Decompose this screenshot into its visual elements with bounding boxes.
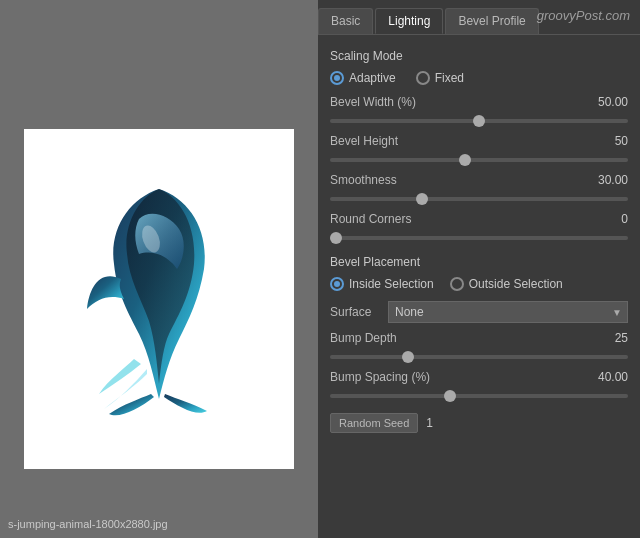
radio-inside[interactable]: Inside Selection: [330, 277, 434, 291]
round-corners-label: Round Corners: [330, 212, 411, 226]
round-corners-slider[interactable]: [330, 236, 628, 240]
radio-fixed-label: Fixed: [435, 71, 464, 85]
bump-depth-label: Bump Depth: [330, 331, 397, 345]
image-canvas: [24, 129, 294, 469]
bevel-width-label: Bevel Width (%): [330, 95, 416, 109]
surface-select-wrapper: None Flat Smooth Rough ▼: [388, 301, 628, 323]
bump-depth-row: Bump Depth 25: [330, 331, 628, 362]
round-corners-value: 0: [588, 212, 628, 226]
bevel-height-slider[interactable]: [330, 158, 628, 162]
tab-basic[interactable]: Basic: [318, 8, 373, 34]
left-panel: s-jumping-animal-1800x2880.jpg: [0, 0, 318, 538]
random-seed-row: Random Seed 1: [330, 413, 628, 433]
radio-adaptive-circle: [330, 71, 344, 85]
radio-inside-circle: [330, 277, 344, 291]
controls-panel: Scaling Mode Adaptive Fixed Bevel Width …: [318, 35, 640, 443]
bump-spacing-row: Bump Spacing (%) 40.00: [330, 370, 628, 401]
image-filename: s-jumping-animal-1800x2880.jpg: [8, 518, 168, 530]
round-corners-row: Round Corners 0: [330, 212, 628, 243]
bevel-width-value: 50.00: [588, 95, 628, 109]
scaling-mode-label: Scaling Mode: [330, 49, 628, 63]
bump-spacing-slider[interactable]: [330, 394, 628, 398]
bump-depth-slider[interactable]: [330, 355, 628, 359]
tab-bevel-profile[interactable]: Bevel Profile: [445, 8, 538, 34]
watermark: groovyPost.com: [537, 8, 630, 23]
seed-value: 1: [426, 416, 433, 430]
radio-fixed-circle: [416, 71, 430, 85]
smoothness-row: Smoothness 30.00: [330, 173, 628, 204]
bevel-height-label: Bevel Height: [330, 134, 398, 148]
radio-outside-label: Outside Selection: [469, 277, 563, 291]
bevel-placement-label: Bevel Placement: [330, 255, 628, 269]
bump-spacing-label: Bump Spacing (%): [330, 370, 430, 384]
smoothness-label: Smoothness: [330, 173, 397, 187]
smoothness-slider[interactable]: [330, 197, 628, 201]
bump-depth-value: 25: [588, 331, 628, 345]
radio-inside-label: Inside Selection: [349, 277, 434, 291]
radio-outside-circle: [450, 277, 464, 291]
radio-adaptive[interactable]: Adaptive: [330, 71, 396, 85]
radio-outside[interactable]: Outside Selection: [450, 277, 563, 291]
tab-lighting[interactable]: Lighting: [375, 8, 443, 34]
smoothness-value: 30.00: [588, 173, 628, 187]
bevel-width-slider[interactable]: [330, 119, 628, 123]
bevel-height-row: Bevel Height 50: [330, 134, 628, 165]
scaling-mode-options: Adaptive Fixed: [330, 71, 628, 85]
bump-spacing-value: 40.00: [588, 370, 628, 384]
dolphin-image: [79, 169, 239, 429]
surface-row: Surface None Flat Smooth Rough ▼: [330, 301, 628, 323]
surface-select[interactable]: None Flat Smooth Rough: [388, 301, 628, 323]
random-seed-button[interactable]: Random Seed: [330, 413, 418, 433]
radio-adaptive-label: Adaptive: [349, 71, 396, 85]
bevel-height-value: 50: [588, 134, 628, 148]
bevel-width-row: Bevel Width (%) 50.00: [330, 95, 628, 126]
bevel-placement-options: Inside Selection Outside Selection: [330, 277, 628, 291]
radio-fixed[interactable]: Fixed: [416, 71, 464, 85]
surface-label: Surface: [330, 305, 380, 319]
right-panel: Basic Lighting Bevel Profile groovyPost.…: [318, 0, 640, 538]
